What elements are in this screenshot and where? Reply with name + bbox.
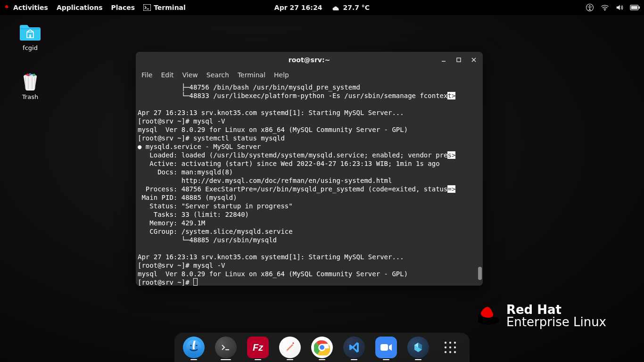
term-line: Docs: man:mysqld(8)	[138, 168, 233, 176]
chrome-icon	[314, 339, 330, 355]
cloud-icon	[331, 4, 340, 11]
svg-rect-0	[143, 4, 151, 11]
camera-icon	[380, 343, 393, 352]
focused-app-terminal[interactable]: Terminal	[143, 4, 186, 11]
places-menu[interactable]: Places	[111, 4, 135, 11]
applications-label: Applications	[57, 4, 103, 11]
term-line: [root@srv ~]# mysql -V	[138, 262, 225, 269]
menu-terminal[interactable]: Terminal	[238, 71, 265, 79]
dock: Fz	[174, 333, 470, 362]
term-line: [root@srv ~]# mysql -V	[138, 117, 225, 125]
hexagon-icon	[412, 341, 424, 354]
dock-app-zoom[interactable]	[375, 337, 397, 358]
weather[interactable]: 27.7 °C	[331, 4, 370, 11]
dock-app-gedit[interactable]	[279, 337, 301, 358]
term-line: └─48885 /usr/sbin/mysqld	[138, 236, 277, 244]
focused-app-label: Terminal	[154, 4, 186, 11]
term-line: ● mysqld.service - MySQL Server	[138, 143, 261, 150]
places-label: Places	[111, 4, 135, 11]
maximize-button[interactable]	[453, 54, 465, 66]
close-button[interactable]	[468, 54, 480, 66]
terminal-menubar: File Edit View Search Terminal Help	[136, 68, 483, 82]
svg-point-26	[449, 346, 451, 348]
term-line: Status: "Server startup in progress"	[138, 202, 293, 210]
activities-label: Activities	[13, 4, 48, 11]
svg-text:Fz: Fz	[253, 342, 264, 353]
weather-temp: 27.7 °C	[343, 4, 370, 11]
apps-grid-icon	[443, 340, 457, 354]
branding: Red Hat Enterprise Linux	[477, 303, 606, 329]
dock-app-finder[interactable]	[183, 337, 205, 358]
filezilla-icon: Fz	[251, 340, 265, 354]
term-prompt: [root@srv ~]#	[138, 279, 193, 286]
menu-view[interactable]: View	[182, 71, 198, 79]
term-line: Apr 27 16:23:13 srv.knot35.com systemd[1…	[138, 109, 404, 116]
dock-app-vscode[interactable]	[343, 337, 365, 358]
svg-rect-21	[380, 344, 388, 351]
term-line: └─48833 /usr/libexec/platform-python -Es…	[138, 92, 447, 99]
svg-point-30	[454, 351, 456, 353]
desktop-icon-label: Trash	[11, 93, 49, 100]
term-line: mysql Ver 8.0.29 for Linux on x86_64 (My…	[138, 270, 408, 278]
redhat-fedora-icon	[477, 306, 500, 325]
term-line: Process: 48756 ExecStartPre=/usr/bin/mys…	[138, 185, 447, 193]
menu-search[interactable]: Search	[206, 71, 229, 79]
term-line: Tasks: 33 (limit: 22840)	[138, 211, 249, 218]
dock-app-filezilla[interactable]: Fz	[247, 337, 269, 358]
trash-icon	[19, 72, 41, 90]
brand-line2: Enterprise Linux	[506, 315, 606, 329]
svg-point-29	[449, 351, 451, 353]
terminal-icon	[143, 4, 151, 11]
term-wrap-indicator: s>	[447, 151, 455, 159]
wifi-icon[interactable]	[601, 4, 609, 11]
term-line: mysql Ver 8.0.29 for Linux on x86_64 (My…	[138, 126, 408, 133]
svg-point-14	[190, 345, 191, 346]
battery-icon[interactable]	[630, 5, 640, 10]
svg-point-3	[589, 5, 590, 6]
minimize-button[interactable]	[438, 54, 450, 66]
term-line: Apr 27 16:23:13 srv.knot35.com systemd[1…	[138, 253, 404, 261]
volume-icon[interactable]	[616, 4, 623, 11]
scrollbar-thumb[interactable]	[478, 267, 482, 280]
term-line: CGroup: /system.slice/mysqld.service	[138, 228, 293, 235]
terminal-output[interactable]: ├─48756 /bin/bash /usr/bin/mysqld_pre_sy…	[136, 82, 483, 286]
dock-app-hexagon[interactable]	[407, 337, 429, 358]
term-wrap-indicator: t>	[447, 92, 455, 99]
terminal-window: root@srv:~ File Edit View Search Termina…	[136, 52, 483, 286]
accessibility-icon[interactable]	[586, 3, 594, 12]
svg-point-23	[449, 342, 451, 344]
menu-file[interactable]: File	[141, 71, 152, 79]
cursor	[193, 278, 198, 286]
desktop-icon-trash[interactable]: Trash	[11, 72, 49, 100]
window-title: root@srv:~	[289, 56, 330, 64]
terminal-titlebar[interactable]: root@srv:~	[136, 52, 483, 68]
term-wrap-indicator: =>	[447, 185, 455, 193]
svg-point-27	[454, 346, 456, 348]
applications-menu[interactable]: Applications	[57, 4, 103, 11]
term-line: Main PID: 48885 (mysqld)	[138, 194, 237, 201]
svg-rect-9	[29, 34, 31, 38]
menu-edit[interactable]: Edit	[161, 71, 173, 79]
terminal-icon	[221, 343, 231, 352]
pencil-icon	[283, 341, 297, 354]
clock[interactable]: Apr 27 16:24	[274, 4, 322, 11]
top-bar: Activities Applications Places Terminal …	[0, 0, 644, 15]
svg-rect-12	[457, 58, 461, 62]
dock-app-terminal[interactable]	[215, 337, 237, 358]
vscode-icon	[348, 341, 360, 354]
dock-app-grid[interactable]	[439, 337, 461, 358]
desktop-icon-fcgid[interactable]: fcgid	[11, 23, 49, 51]
term-line: http://dev.mysql.com/doc/refman/en/using…	[138, 177, 392, 184]
folder-icon	[19, 23, 41, 41]
term-line: ├─48756 /bin/bash /usr/bin/mysqld_pre_sy…	[138, 83, 360, 91]
svg-point-25	[445, 346, 446, 348]
svg-point-15	[196, 345, 197, 346]
finder-icon	[186, 340, 201, 355]
svg-rect-6	[631, 6, 638, 9]
svg-point-22	[445, 342, 446, 344]
dock-app-chrome[interactable]	[311, 337, 333, 358]
term-line: Active: activating (start) since Wed 202…	[138, 160, 440, 167]
svg-point-28	[445, 351, 446, 353]
menu-help[interactable]: Help	[274, 71, 289, 79]
activities-button[interactable]: Activities	[4, 4, 48, 11]
